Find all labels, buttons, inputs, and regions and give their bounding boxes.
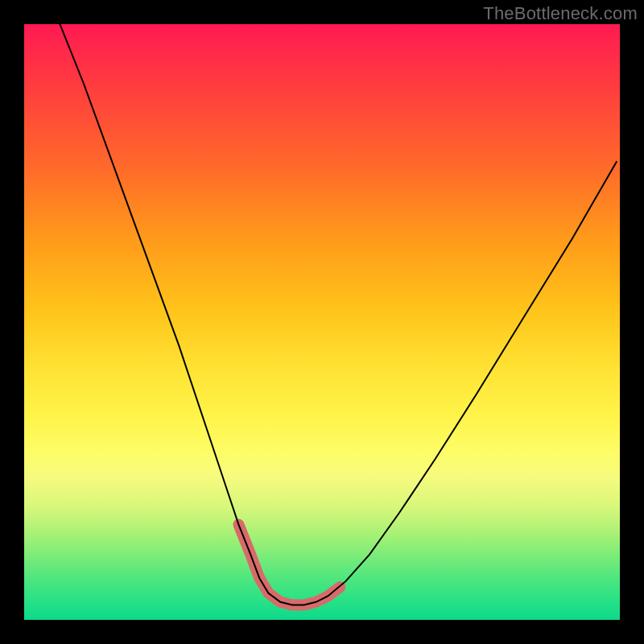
- gradient-plot-area: [24, 24, 620, 620]
- chart-frame: TheBottleneck.com: [0, 0, 644, 644]
- curve-svg: [24, 24, 620, 620]
- bottleneck-curve: [60, 24, 617, 605]
- watermark-text: TheBottleneck.com: [483, 3, 638, 24]
